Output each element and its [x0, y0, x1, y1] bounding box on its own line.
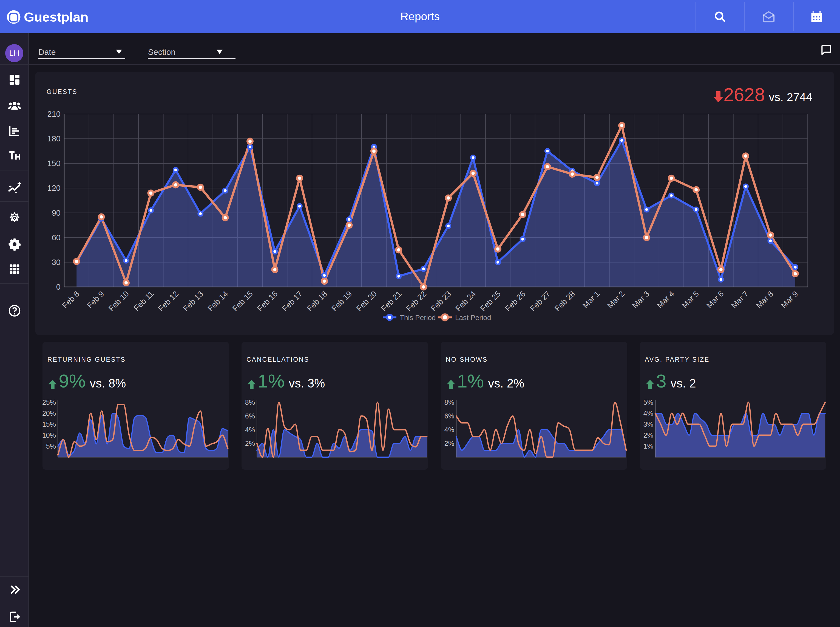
- svg-text:5%: 5%: [46, 442, 56, 450]
- svg-text:Mar 7: Mar 7: [729, 289, 750, 310]
- svg-text:Mar 2: Mar 2: [606, 289, 626, 310]
- svg-text:Feb 15: Feb 15: [231, 289, 254, 313]
- svg-text:Feb 14: Feb 14: [206, 289, 229, 313]
- svg-text:4%: 4%: [643, 410, 653, 417]
- svg-text:Feb 23: Feb 23: [429, 289, 453, 313]
- svg-text:Feb 21: Feb 21: [379, 289, 403, 313]
- svg-text:6%: 6%: [245, 412, 255, 420]
- svg-text:2%: 2%: [444, 440, 454, 447]
- svg-text:Feb 17: Feb 17: [281, 289, 304, 313]
- svg-text:5%: 5%: [643, 399, 653, 406]
- svg-text:20%: 20%: [43, 410, 56, 417]
- svg-text:Feb 20: Feb 20: [355, 289, 378, 313]
- svg-text:4%: 4%: [245, 426, 255, 433]
- svg-text:Last Period: Last Period: [455, 314, 491, 322]
- svg-text:Mar 1: Mar 1: [581, 289, 602, 310]
- svg-text:Feb 8: Feb 8: [60, 289, 81, 310]
- svg-text:25%: 25%: [43, 399, 56, 406]
- svg-text:Mar 5: Mar 5: [680, 289, 701, 310]
- svg-text:90: 90: [52, 208, 61, 217]
- svg-text:2%: 2%: [245, 440, 255, 447]
- svg-text:2%: 2%: [643, 431, 653, 439]
- svg-text:Feb 27: Feb 27: [528, 289, 552, 313]
- svg-text:Feb 13: Feb 13: [181, 289, 205, 313]
- svg-text:Feb 22: Feb 22: [404, 289, 428, 313]
- svg-text:Feb 26: Feb 26: [503, 289, 527, 313]
- svg-text:Feb 28: Feb 28: [553, 289, 576, 313]
- svg-text:30: 30: [52, 258, 61, 267]
- svg-text:120: 120: [47, 184, 61, 192]
- svg-text:150: 150: [47, 159, 61, 168]
- svg-text:Mar 3: Mar 3: [630, 289, 651, 310]
- svg-text:210: 210: [47, 110, 61, 118]
- svg-text:8%: 8%: [444, 399, 454, 406]
- svg-text:Mar 6: Mar 6: [705, 289, 725, 310]
- svg-text:180: 180: [47, 134, 61, 143]
- svg-text:6%: 6%: [444, 412, 454, 420]
- svg-text:60: 60: [52, 233, 61, 242]
- svg-text:3%: 3%: [643, 421, 653, 428]
- svg-text:Feb 18: Feb 18: [305, 289, 329, 313]
- svg-text:0: 0: [56, 282, 61, 291]
- svg-text:Feb 19: Feb 19: [330, 289, 354, 313]
- svg-text:10%: 10%: [43, 431, 56, 439]
- svg-text:Mar 8: Mar 8: [755, 289, 775, 310]
- svg-text:Feb 24: Feb 24: [454, 289, 477, 313]
- svg-text:Feb 11: Feb 11: [132, 289, 155, 313]
- svg-text:4%: 4%: [444, 426, 454, 433]
- svg-text:15%: 15%: [43, 421, 56, 428]
- svg-text:Feb 16: Feb 16: [256, 289, 279, 313]
- svg-text:8%: 8%: [245, 399, 255, 406]
- svg-text:Mar 4: Mar 4: [655, 289, 676, 310]
- svg-text:Feb 9: Feb 9: [85, 289, 106, 310]
- svg-text:Feb 10: Feb 10: [107, 289, 131, 313]
- svg-text:Feb 25: Feb 25: [478, 289, 502, 313]
- svg-text:Mar 9: Mar 9: [779, 289, 800, 310]
- svg-text:1%: 1%: [643, 442, 653, 450]
- svg-text:Feb 12: Feb 12: [156, 289, 180, 313]
- svg-text:This Period: This Period: [400, 314, 436, 322]
